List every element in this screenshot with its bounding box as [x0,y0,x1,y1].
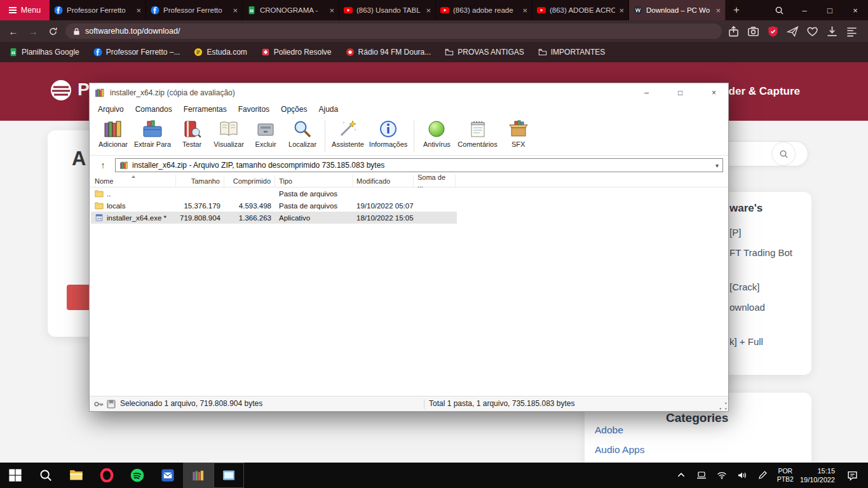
wizard-button[interactable]: Assistente [329,118,367,148]
category-link[interactable]: Audio Apps [595,444,644,456]
tab-close-icon[interactable]: × [619,6,624,15]
column-header[interactable]: Soma de ... [414,175,456,187]
opera-button[interactable] [92,463,122,488]
browser-menu-button[interactable]: Menu [0,0,50,20]
up-one-level-button[interactable]: ↑ [95,158,111,172]
url-field[interactable]: softwarehub.top/download/ [65,24,722,39]
category-link[interactable]: Adobe [595,424,623,436]
download-icon[interactable] [826,25,838,37]
heart-icon[interactable] [806,25,818,37]
laptop-button[interactable] [693,463,710,488]
winrar-minimize-button[interactable]: – [632,83,661,102]
column-header[interactable]: Tipo [275,175,353,187]
delete-button[interactable]: Excluir [247,118,284,148]
winrar-menu-item[interactable]: Comandos [130,105,178,114]
share-icon[interactable] [728,25,740,37]
sfx-button[interactable]: SFX [500,118,537,148]
tab-close-icon[interactable]: × [329,6,334,15]
browser-tab[interactable]: Professor Ferretto× [50,0,146,20]
winrar-menu-item[interactable]: Opções [275,105,313,114]
key-icon[interactable] [93,399,104,409]
antivirus-button[interactable]: Antivírus [418,118,455,148]
file-row[interactable]: installer_x64.exe *719.808.9041.366.263A… [91,212,457,224]
winrar-maximize-button[interactable]: □ [666,83,695,102]
site-search-button[interactable] [771,142,796,166]
bookmark-item[interactable]: Planilhas Google [9,48,79,57]
taskbar-clock[interactable]: 15:15 19/10/2022 [800,466,835,485]
winrar-menu-item[interactable]: Ajuda [313,105,344,114]
archive-path-combobox[interactable]: installer_x64.zip - Arquivo ZIP, tamanho… [115,158,723,172]
reload-button[interactable] [46,27,60,36]
bookmark-item[interactable]: PROVAS ANTIGAS [445,48,524,57]
language-indicator[interactable]: POR PTB2 [777,467,794,484]
new-tab-button[interactable]: + [726,0,747,20]
browser-tab[interactable]: Download – PC Wo× [629,0,726,20]
winrar-close-button[interactable]: × [700,83,728,102]
chevron-down-icon[interactable]: ▾ [715,162,719,169]
screenshot-icon[interactable] [747,25,759,37]
back-button[interactable]: ← [6,26,20,37]
tab-close-icon[interactable]: × [426,6,431,15]
browser-search-button[interactable] [766,0,792,20]
resize-grip[interactable] [719,402,727,410]
column-header[interactable]: Modificado [353,175,414,187]
window-title: installer_x64.zip (cópia de avaliação) [110,88,627,97]
sidebar-link-fragment[interactable]: [Crack] [729,281,760,292]
start-button[interactable] [0,463,31,488]
test-button[interactable]: Testar [173,118,210,148]
file-row[interactable]: locals15.376.1794.593.498Pasta de arquiv… [91,200,457,212]
reading-list-icon[interactable] [846,25,858,37]
sidebar-link-fragment[interactable]: FT Trading Bot [729,247,792,258]
find-button[interactable]: Localizar [284,118,321,148]
chevron-up-button[interactable] [673,463,689,488]
tab-close-icon[interactable]: × [522,6,527,15]
wifi-button[interactable] [714,463,730,488]
browser-tab[interactable]: (863) adobe reade× [436,0,532,20]
bookmark-item[interactable]: IMPORTANTES [538,48,606,57]
file-explorer-button[interactable] [61,463,92,488]
volume-button[interactable] [734,463,750,488]
forward-button[interactable]: → [26,26,40,37]
sidebar-link-fragment[interactable]: k] + Full [729,336,763,347]
browser-tab[interactable]: Professor Ferretto× [146,0,243,20]
column-header[interactable]: Nome [91,175,176,187]
winrar-titlebar[interactable]: installer_x64.zip (cópia de avaliação) –… [90,83,728,102]
browser-maximize-button[interactable]: □ [817,0,843,20]
send-icon[interactable] [787,25,799,37]
winrar-menu-item[interactable]: Arquivo [92,105,130,114]
winrar-menu-item[interactable]: Ferramentas [178,105,233,114]
info-button[interactable]: Informações [367,118,410,148]
browser-close-button[interactable]: × [843,0,868,20]
tab-close-icon[interactable]: × [715,6,721,15]
browser-tab[interactable]: (863) ADOBE ACRO× [532,0,629,20]
bookmark-item[interactable]: Rádio 94 FM Doura... [346,48,431,57]
sidebar-link-fragment[interactable]: ownload [729,302,765,313]
mail-app-button[interactable] [153,463,183,488]
column-header[interactable]: Comprimido [224,175,275,187]
view-button[interactable]: Visualizar [210,118,247,148]
winrar-menu-item[interactable]: Favoritos [233,105,275,114]
notification-center-button[interactable] [841,463,863,488]
browser-tab[interactable]: CRONOGRAMA - × [243,0,339,20]
comment-button[interactable]: Comentários [455,118,499,148]
winrar-button[interactable] [183,463,214,488]
app-window-button[interactable] [214,463,244,488]
pen-button[interactable] [754,463,771,488]
tab-close-icon[interactable]: × [136,6,141,15]
bookmark-item[interactable]: Poliedro Resolve [261,48,332,57]
column-header[interactable]: Tamanho [176,175,224,187]
extract-button[interactable]: Extrair Para [132,118,173,148]
bookmark-item[interactable]: Estuda.com [194,48,247,57]
browser-minimize-button[interactable]: – [792,0,817,20]
tab-close-icon[interactable]: × [233,6,238,15]
sidebar-link-fragment[interactable]: [P] [729,227,741,238]
taskbar-search-button[interactable] [31,463,61,488]
file-row[interactable]: ..Pasta de arquivos [91,187,457,200]
adblock-shield-icon[interactable] [767,25,779,37]
disk-icon[interactable] [106,399,116,409]
bookmark-item[interactable]: Professor Ferretto –... [93,48,180,57]
info-icon [378,119,398,139]
add-books-button[interactable]: Adicionar [95,118,132,148]
spotify-button[interactable] [122,463,153,488]
browser-tab[interactable]: (863) Usando TABL× [339,0,436,20]
